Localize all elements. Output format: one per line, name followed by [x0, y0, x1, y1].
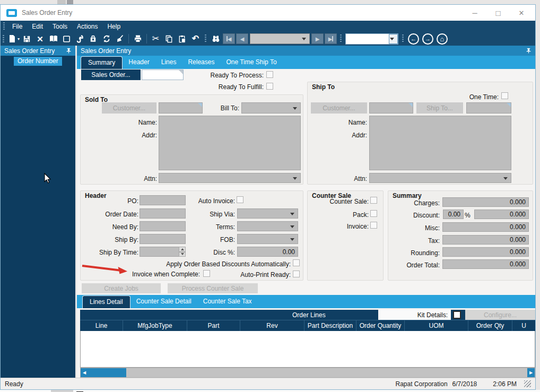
close-button[interactable]: ✕: [510, 5, 533, 20]
tab-summary[interactable]: Summary: [81, 56, 123, 69]
undo-icon[interactable]: ↶: [189, 33, 202, 45]
counter-sale-group: Counter Sale Counter Sale: Pack: Invoice…: [307, 190, 384, 281]
column-header[interactable]: U: [512, 320, 535, 331]
tab-counter-sale-detail[interactable]: Counter Sale Detail: [130, 295, 197, 308]
clear-icon[interactable]: [113, 33, 126, 45]
home-icon[interactable]: ⌂: [437, 33, 448, 45]
ship-to-field[interactable]: [466, 102, 511, 114]
invoice-checkbox[interactable]: [370, 222, 377, 229]
apply-discounts-checkbox[interactable]: [293, 259, 300, 266]
next-record-button[interactable]: ▶: [311, 33, 324, 44]
ship-to-customer-button[interactable]: Customer...: [311, 102, 367, 114]
need-by-field[interactable]: [140, 221, 186, 231]
cut-icon[interactable]: ✂: [149, 33, 162, 45]
search-icon[interactable]: [209, 33, 222, 45]
ready-to-process-checkbox[interactable]: [266, 71, 273, 78]
last-record-button[interactable]: ▶: [325, 33, 337, 44]
paste-icon[interactable]: [176, 33, 189, 45]
quick-search-combo[interactable]: [345, 33, 398, 45]
forward-icon[interactable]: →: [422, 33, 433, 45]
menu-edit[interactable]: Edit: [27, 22, 48, 31]
disc-field[interactable]: 0.00: [237, 247, 298, 257]
record-select-combo[interactable]: [250, 33, 310, 44]
maximize-button[interactable]: □: [486, 5, 510, 20]
ready-to-fulfill-checkbox[interactable]: [266, 83, 273, 90]
tab-releases[interactable]: Releases: [182, 56, 220, 69]
column-header[interactable]: Order Qty: [468, 320, 512, 331]
first-record-button[interactable]: ◀: [223, 33, 235, 44]
column-header[interactable]: UOM: [405, 320, 468, 331]
column-header[interactable]: Order Quantity: [356, 320, 405, 331]
auto-invoice-checkbox[interactable]: [237, 196, 243, 203]
discount-pct-field[interactable]: 0.00: [443, 210, 464, 219]
pin-icon[interactable]: [66, 48, 72, 54]
sidebar-item-order-number[interactable]: Order Number: [14, 57, 62, 66]
fob-dropdown[interactable]: [237, 234, 298, 244]
quick-search-dropdown-button[interactable]: [389, 34, 398, 44]
menu-file[interactable]: File: [7, 22, 27, 31]
copy-icon[interactable]: [162, 33, 176, 45]
sales-order-input[interactable]: [142, 69, 184, 80]
resize-grip[interactable]: [524, 380, 531, 387]
configure-button[interactable]: Configure...: [465, 310, 535, 320]
po-field[interactable]: [140, 195, 186, 205]
process-counter-sale-button[interactable]: Process Counter Sale: [168, 283, 258, 293]
scrollbar-thumb[interactable]: [88, 368, 126, 377]
memo-icon[interactable]: [60, 33, 73, 45]
status-text: Ready: [5, 380, 23, 388]
pin-icon[interactable]: [526, 48, 532, 54]
save-icon[interactable]: [20, 33, 33, 45]
pack-checkbox[interactable]: [370, 210, 377, 217]
sold-to-customer-field[interactable]: [159, 102, 203, 114]
ship-to-customer-field[interactable]: [369, 102, 413, 114]
previous-record-button[interactable]: ◀: [236, 33, 248, 44]
menu-actions[interactable]: Actions: [72, 22, 102, 31]
tab-lines[interactable]: Lines: [155, 56, 182, 69]
print-icon[interactable]: [131, 33, 144, 45]
one-time-checkbox[interactable]: [501, 92, 508, 99]
column-header[interactable]: Rev: [240, 320, 304, 331]
ship-by-time-spinner[interactable]: [179, 247, 186, 257]
kit-details-checkbox[interactable]: [453, 311, 461, 319]
minimize-button[interactable]: ─: [463, 5, 486, 20]
column-header[interactable]: MfgJobType: [123, 320, 187, 331]
sold-to-attn-dropdown[interactable]: [159, 173, 301, 183]
ship-by-field[interactable]: [140, 234, 186, 244]
column-header[interactable]: Line: [80, 320, 123, 331]
tab-one-time-ship-to[interactable]: One Time Ship To: [220, 56, 282, 69]
new-icon[interactable]: ▾: [7, 33, 20, 45]
sales-order-button[interactable]: Sales Order...: [81, 69, 141, 80]
tab-counter-sale-tax[interactable]: Counter Sale Tax: [197, 295, 258, 308]
ship-via-dropdown[interactable]: [237, 208, 298, 219]
terms-dropdown[interactable]: [237, 221, 298, 231]
column-header[interactable]: Part Description: [304, 320, 356, 331]
counter-sale-checkbox[interactable]: [370, 197, 377, 204]
order-date-field[interactable]: [140, 208, 186, 219]
create-jobs-button[interactable]: Create Jobs: [82, 283, 161, 293]
tab-header[interactable]: Header: [123, 56, 155, 69]
tab-lines-detail[interactable]: Lines Detail: [82, 295, 130, 308]
ship-to-name-addr-field[interactable]: [369, 116, 511, 170]
ship-to-attn-dropdown[interactable]: [369, 173, 511, 183]
menu-tools[interactable]: Tools: [48, 22, 72, 31]
auto-print-ready-checkbox[interactable]: [293, 271, 300, 277]
phone-icon[interactable]: [73, 33, 86, 45]
ship-to-button[interactable]: Ship To...: [416, 102, 463, 114]
sold-to-name-addr-field[interactable]: [159, 116, 301, 170]
order-lines-table-body[interactable]: [80, 331, 535, 368]
browse-icon[interactable]: [47, 33, 60, 45]
toolbar-grip[interactable]: [3, 22, 5, 30]
toolbar-grip[interactable]: [3, 35, 4, 43]
horizontal-scrollbar[interactable]: ◀ ▶: [80, 368, 535, 378]
scroll-right-arrow[interactable]: ▶: [527, 368, 535, 377]
attachment-icon[interactable]: [86, 33, 100, 45]
invoice-when-complete-checkbox[interactable]: [203, 270, 210, 277]
column-header[interactable]: Part: [187, 320, 240, 331]
back-icon[interactable]: ←: [408, 33, 419, 45]
refresh-icon[interactable]: [100, 33, 113, 45]
scroll-left-arrow[interactable]: ◀: [81, 368, 88, 377]
sold-to-customer-button[interactable]: Customer...: [102, 102, 156, 114]
delete-icon[interactable]: ✕: [33, 33, 47, 45]
menu-help[interactable]: Help: [102, 22, 125, 31]
bill-to-dropdown[interactable]: [241, 102, 301, 114]
